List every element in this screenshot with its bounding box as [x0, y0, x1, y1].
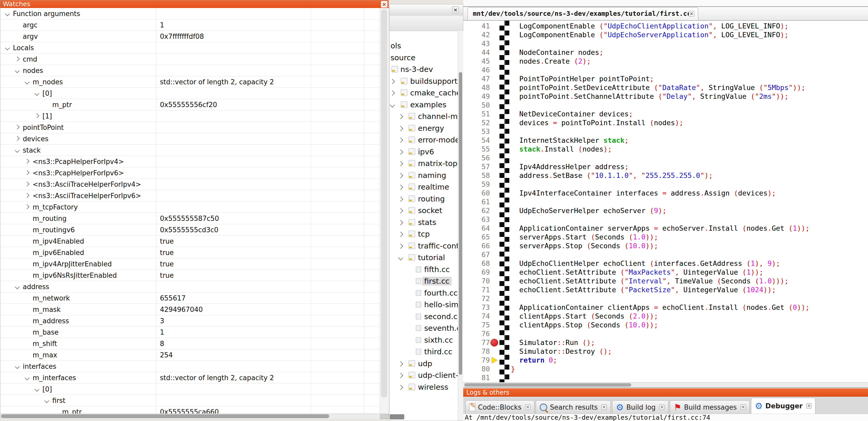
line-number[interactable]: 68: [463, 259, 490, 268]
logs-tab-build-log[interactable]: ⚙Build log×: [612, 400, 669, 414]
watch-row[interactable]: <ns3::AsciiTraceHelperForIpv6>: [1, 190, 380, 201]
watch-row[interactable]: <ns3::PcapHelperForIpv6>: [1, 167, 380, 179]
watch-row[interactable]: m_ipv6Enabledtrue: [1, 247, 380, 258]
line-number[interactable]: 50: [463, 101, 490, 110]
tree-item-error-model[interactable]: error-model: [390, 134, 458, 145]
line-number[interactable]: 45: [463, 57, 490, 66]
line-number[interactable]: 76: [463, 329, 490, 338]
code-line-77[interactable]: 77 Simulator::Run ();: [463, 338, 868, 347]
expand-icon[interactable]: [398, 197, 403, 202]
tree-item-udp-client-ser[interactable]: udp-client-ser: [390, 369, 458, 381]
code-line-78[interactable]: 78 Simulator::Destroy ();: [463, 347, 868, 356]
line-number[interactable]: 56: [463, 154, 490, 162]
code-line-42[interactable]: 42 LogComponentEnable ("UdpEchoServerApp…: [463, 31, 868, 39]
tree-item-stats[interactable]: stats: [390, 217, 458, 228]
code-line-81[interactable]: 81: [463, 374, 868, 382]
tree-item-examples[interactable]: examples: [390, 99, 458, 110]
line-number[interactable]: 43: [463, 39, 490, 48]
line-number[interactable]: 65: [463, 233, 490, 241]
collapse-icon[interactable]: [25, 79, 29, 84]
expand-icon[interactable]: [25, 159, 29, 163]
line-number[interactable]: 63: [463, 215, 490, 224]
close-icon[interactable]: ×: [601, 404, 607, 410]
tree-item-ols[interactable]: ols: [390, 40, 458, 52]
watch-row[interactable]: m_ptr0x5555555ca660: [1, 406, 380, 414]
close-icon[interactable]: ×: [689, 11, 694, 17]
watch-row[interactable]: interfaces: [1, 361, 380, 372]
code-line-64[interactable]: 64 ApplicationContainer serverApps = ech…: [463, 224, 868, 233]
logs-titlebar[interactable]: Logs & others: [463, 388, 868, 397]
line-number[interactable]: 74: [463, 312, 490, 321]
code-line-80[interactable]: 80}: [463, 365, 868, 374]
code-line-75[interactable]: 75 clientApps.Stop (Seconds (10.0));: [463, 321, 868, 329]
line-number[interactable]: 77: [463, 338, 490, 347]
watches-column-divider[interactable]: [156, 8, 156, 414]
code-line-59[interactable]: 59: [463, 180, 868, 189]
tree-item-ipv6[interactable]: ipv6: [390, 146, 458, 158]
code-line-68[interactable]: 68 UdpEchoClientHelper echoClient (inter…: [463, 259, 868, 268]
watch-row[interactable]: m_max254: [1, 349, 380, 361]
expand-icon[interactable]: [15, 56, 20, 61]
code-line-46[interactable]: 46: [463, 66, 868, 74]
collapse-icon[interactable]: [15, 68, 20, 73]
line-number[interactable]: 58: [463, 171, 490, 180]
expand-icon[interactable]: [398, 385, 403, 390]
tree-item-socket[interactable]: socket: [390, 205, 458, 216]
line-number[interactable]: 54: [463, 136, 490, 145]
line-number[interactable]: 57: [463, 162, 490, 171]
line-number[interactable]: 53: [463, 127, 490, 136]
watch-row[interactable]: m_base1: [1, 327, 380, 338]
collapse-icon[interactable]: [5, 45, 9, 50]
tree-item-first-cc[interactable]: first.cc: [390, 276, 458, 287]
code-line-51[interactable]: 51 NetDeviceContainer devices;: [463, 110, 868, 119]
line-number[interactable]: 64: [463, 224, 490, 233]
tree-item-source[interactable]: source: [390, 52, 458, 63]
tree-item-cmake-cache[interactable]: cmake_cache: [390, 87, 458, 99]
logs-tab-build-messages[interactable]: ⚑Build messages×: [670, 400, 750, 414]
line-number[interactable]: 60: [463, 189, 490, 198]
close-icon[interactable]: ×: [452, 6, 459, 13]
expand-icon[interactable]: [390, 79, 395, 84]
tree-item-naming[interactable]: naming: [390, 170, 458, 181]
watch-row[interactable]: m_tcpFactory: [1, 201, 380, 213]
tree-item-energy[interactable]: energy: [390, 123, 458, 134]
code-line-43[interactable]: 43: [463, 39, 868, 48]
code-line-44[interactable]: 44 NodeContainer nodes;: [463, 48, 868, 57]
breakpoint-icon[interactable]: [490, 339, 498, 347]
watch-row[interactable]: m_ipv6NsRsJitterEnabledtrue: [1, 270, 380, 281]
expand-icon[interactable]: [398, 220, 403, 225]
code-line-56[interactable]: 56: [463, 154, 868, 162]
editor-horizontal-scrollbar[interactable]: [463, 382, 868, 388]
tree-item-fifth-cc[interactable]: fifth.cc: [390, 264, 458, 275]
watch-row[interactable]: <ns3::AsciiTraceHelperForIpv4>: [1, 179, 380, 190]
watch-row[interactable]: first: [1, 395, 380, 406]
close-icon[interactable]: ×: [740, 404, 746, 410]
collapse-icon[interactable]: [390, 102, 395, 107]
collapse-icon[interactable]: [15, 148, 20, 153]
expand-icon[interactable]: [398, 114, 403, 119]
watch-row[interactable]: m_network655617: [1, 292, 380, 304]
watch-row[interactable]: Function arguments: [1, 8, 380, 20]
expand-icon[interactable]: [398, 361, 403, 366]
watch-row[interactable]: m_mask4294967040: [1, 304, 380, 315]
watch-row[interactable]: <ns3::PcapHelperForIpv4>: [1, 156, 380, 167]
expand-icon[interactable]: [390, 91, 395, 96]
code-line-66[interactable]: 66 serverApps.Stop (Seconds (10.0));: [463, 241, 868, 250]
expand-icon[interactable]: [398, 373, 403, 378]
tree-vertical-scrollbar[interactable]: [458, 31, 463, 421]
tree-item-buildsupport[interactable]: buildsupport: [390, 75, 458, 87]
tree-item-traffic-contro[interactable]: traffic-contro: [390, 240, 458, 252]
watch-row[interactable]: [1]: [1, 110, 380, 122]
watch-row[interactable]: devices: [1, 133, 380, 144]
tree-item-matrix-topolo[interactable]: matrix-topolo: [390, 158, 458, 169]
watch-row[interactable]: m_ptr0x55555556cf20: [1, 99, 380, 110]
collapse-icon[interactable]: [25, 376, 29, 380]
line-number[interactable]: 59: [463, 180, 490, 189]
code-line-41[interactable]: 41 LogComponentEnable ("UdpEchoClientApp…: [463, 22, 868, 31]
line-number[interactable]: 41: [463, 22, 490, 31]
tree-item-realtime[interactable]: realtime: [390, 181, 458, 193]
watch-row[interactable]: m_interfacesstd::vector of length 2, cap…: [1, 372, 380, 384]
line-number[interactable]: 78: [463, 347, 490, 356]
expand-icon[interactable]: [25, 204, 29, 209]
code-line-67[interactable]: 67: [463, 250, 868, 259]
